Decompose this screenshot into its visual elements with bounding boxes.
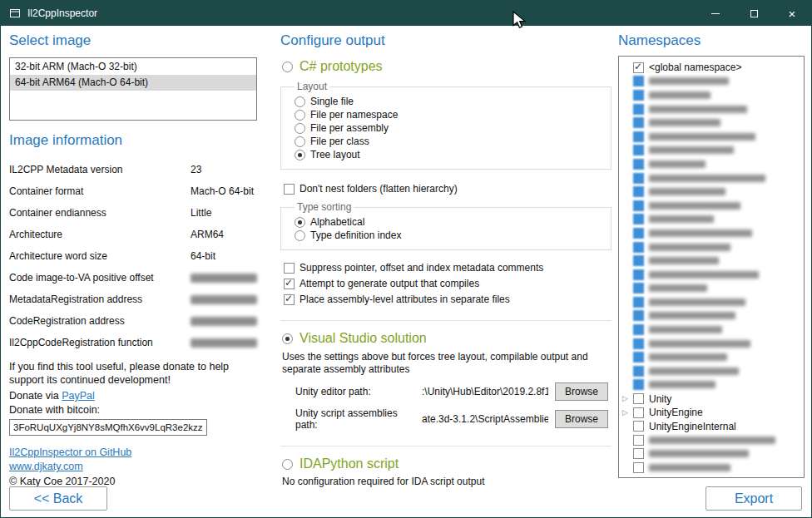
namespaces-list[interactable]: ▷ <global namespace> ▷ ▷ ▷	[618, 56, 805, 478]
maximize-button[interactable]	[735, 1, 773, 26]
info-label: Code image-to-VA positive offset	[9, 272, 191, 284]
namespace-item[interactable]: ▷	[622, 144, 800, 158]
redacted-label	[649, 188, 725, 195]
namespace-item[interactable]: ▷	[622, 116, 800, 130]
namespace-item[interactable]: ▷	[622, 226, 800, 240]
app-window: Il2CppInspector × Select image 32-bit AR…	[0, 0, 812, 518]
redacted-label	[649, 450, 749, 457]
namespace-item[interactable]: ▷	[622, 102, 800, 116]
namespace-item[interactable]: ▷	[622, 461, 800, 475]
browse-unity-assemblies-button[interactable]: Browse	[555, 410, 608, 428]
redacted-checkbox	[633, 173, 644, 184]
namespace-item[interactable]: ▷	[622, 75, 800, 89]
namespace-item[interactable]: ▷	[622, 378, 800, 392]
visual-studio-solution-radio[interactable]: Visual Studio solution	[282, 331, 611, 346]
namespace-item[interactable]: ▷	[622, 88, 800, 102]
export-button[interactable]: Export	[706, 486, 802, 511]
namespace-item[interactable]: ▷ Unity	[622, 392, 800, 406]
image-list-item[interactable]: 32-bit ARM (Mach-O 32-bit)	[10, 59, 256, 75]
idapython-script-label: IDAPython script	[300, 456, 399, 471]
namespace-item[interactable]: ▷	[622, 254, 800, 268]
section-divider	[280, 320, 611, 321]
flatten-checkbox[interactable]: Don't nest folders (flatten hierarchy)	[284, 183, 611, 195]
csharp-prototypes-radio[interactable]: C# prototypes	[282, 59, 611, 74]
redacted-label	[649, 133, 755, 141]
output-option-checkbox[interactable]: Place assembly-level attributes in separ…	[284, 294, 611, 305]
namespace-item[interactable]: ▷	[622, 185, 800, 199]
layout-group: Layout Single file File per namespace Fi…	[280, 81, 611, 170]
output-option-checkbox[interactable]: Attempt to generate output that compiles	[284, 278, 611, 289]
namespace-item[interactable]: ▷	[622, 130, 800, 144]
title-bar: Il2CppInspector ×	[1, 1, 811, 26]
configure-output-header: Configure output	[280, 32, 611, 49]
radio-icon	[295, 217, 305, 228]
type-sorting-option-radio[interactable]: Type definition index	[295, 229, 602, 241]
namespace-item[interactable]: ▷	[622, 323, 800, 337]
redacted-value	[191, 317, 257, 326]
namespace-item[interactable]: ▷	[622, 350, 800, 364]
redacted-label	[649, 215, 714, 223]
namespace-checkbox[interactable]	[633, 448, 644, 459]
output-option-checkbox[interactable]: Suppress pointer, offset and index metad…	[284, 262, 611, 274]
minimize-button[interactable]	[696, 1, 735, 26]
namespace-item[interactable]: ▷	[622, 171, 800, 185]
layout-option-radio[interactable]: File per namespace	[295, 109, 602, 121]
redacted-label	[649, 284, 707, 292]
bitcoin-address-input[interactable]	[9, 419, 207, 436]
layout-option-radio[interactable]: File per assembly	[295, 122, 602, 134]
namespace-item[interactable]: ▷	[622, 433, 800, 447]
namespace-item[interactable]: ▷ UnityEngine	[622, 406, 800, 420]
website-link[interactable]: www.djkaty.com	[9, 461, 83, 472]
namespace-item[interactable]: ▷	[622, 447, 800, 461]
namespace-label: Unity	[649, 393, 671, 405]
redacted-checkbox	[633, 242, 644, 253]
redacted-checkbox	[633, 352, 644, 363]
namespace-item[interactable]: ▷	[622, 364, 800, 378]
namespace-checkbox[interactable]	[633, 462, 644, 473]
namespace-checkbox[interactable]	[633, 62, 644, 73]
namespace-item[interactable]: ▷	[622, 282, 800, 296]
info-label: Il2CppCodeRegistration function	[9, 337, 191, 348]
select-image-header: Select image	[9, 32, 257, 49]
info-label: CodeRegistration address	[9, 315, 191, 327]
info-row: MetadataRegistration address	[9, 289, 257, 310]
radio-icon	[295, 110, 305, 121]
namespace-checkbox[interactable]	[633, 407, 644, 418]
layout-option-label: Single file	[310, 96, 354, 107]
close-button[interactable]: ×	[773, 1, 811, 26]
namespaces-header: Namespaces	[618, 32, 805, 49]
namespace-item[interactable]: ▷	[622, 240, 800, 254]
image-list-item[interactable]: 64-bit ARM64 (Mach-O 64-bit)	[10, 75, 256, 91]
redacted-label	[649, 271, 759, 279]
back-button[interactable]: << Back	[9, 486, 107, 511]
expander-icon[interactable]: ▷	[622, 409, 633, 417]
redacted-checkbox	[633, 117, 644, 128]
redacted-checkbox	[633, 228, 644, 239]
browse-unity-editor-button[interactable]: Browse	[555, 382, 608, 401]
namespace-item[interactable]: ▷ UnityEngineInternal	[622, 419, 800, 433]
namespace-item[interactable]: ▷ <global namespace>	[622, 61, 800, 75]
image-listbox[interactable]: 32-bit ARM (Mach-O 32-bit)64-bit ARM64 (…	[9, 57, 257, 121]
type-sorting-option-radio[interactable]: Alphabetical	[295, 216, 602, 228]
namespace-item[interactable]: ▷	[622, 309, 800, 323]
namespace-checkbox[interactable]	[633, 421, 644, 432]
paypal-link[interactable]: PayPal	[62, 390, 95, 402]
namespace-item[interactable]: ▷	[622, 199, 800, 213]
layout-option-radio[interactable]: Tree layout	[295, 149, 602, 160]
namespace-item[interactable]: ▷	[622, 268, 800, 282]
idapython-script-radio[interactable]: IDAPython script	[282, 456, 611, 471]
redacted-checkbox	[633, 269, 644, 280]
redacted-checkbox	[633, 338, 644, 349]
github-link[interactable]: Il2CppInspector on GitHub	[9, 446, 131, 458]
namespace-checkbox[interactable]	[633, 393, 644, 404]
redacted-label	[649, 464, 730, 471]
namespace-item[interactable]: ▷	[622, 213, 800, 227]
namespace-item[interactable]: ▷	[622, 337, 800, 351]
layout-option-radio[interactable]: File per class	[295, 136, 602, 147]
namespace-label: UnityEngine	[649, 407, 703, 418]
expander-icon[interactable]: ▷	[622, 395, 633, 402]
namespace-item[interactable]: ▷	[622, 157, 800, 171]
layout-option-radio[interactable]: Single file	[295, 96, 602, 107]
namespace-item[interactable]: ▷	[622, 295, 800, 309]
namespace-checkbox[interactable]	[633, 435, 644, 446]
